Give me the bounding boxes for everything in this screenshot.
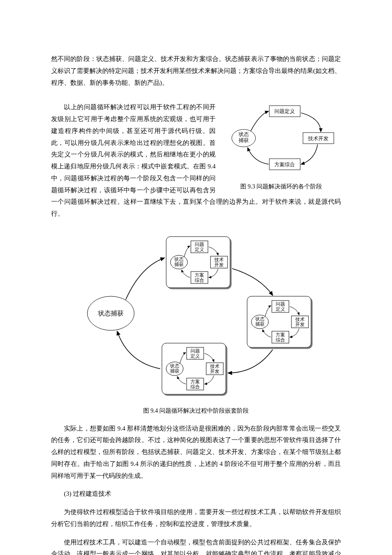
fig93-solution: 方案综合 [274, 162, 295, 168]
paragraph-4: (3) 过程建造技术 [51, 488, 341, 500]
fig94-nested-right [247, 296, 311, 347]
fig94-nested-bottom [162, 343, 226, 394]
paragraph-1: 然不同的阶段：状态捕获、问题定义、技术开发和方案综合。状态捕获表示了事物的当前状… [51, 53, 341, 89]
figure-9-4: 状态 捕获 问题 定义 技术 开发 方案 综合 [72, 232, 320, 416]
figure-9-3-caption: 图 9.3 问题解决循环的各个阶段 [222, 181, 341, 192]
fig94-nested-top [166, 237, 230, 288]
fig94-big-status: 状态捕获 [98, 310, 124, 317]
figure-9-4-svg: 状态 捕获 问题 定义 技术 开发 方案 综合 [72, 232, 320, 403]
fig93-problem: 问题定义 [274, 109, 295, 115]
fig93-status-line2: 捕获 [239, 138, 249, 144]
figure-9-3-svg: 状态 捕获 问题定义 技术开发 方案综合 [226, 98, 337, 179]
fig93-tech: 技术开发 [308, 136, 329, 142]
paragraph-6: 使用过程技术工具，可以建造一个自动模型，模型包含前面提到的公共过程框架、任务集合… [51, 537, 341, 555]
figure-9-4-caption: 图 9.4 问题循环解决过程中阶段嵌套阶段 [72, 405, 320, 416]
paragraph-3: 实际上，想要如图 9.4 那样清楚地划分这些活动是很困难的，因为在阶段内部常常会… [51, 423, 341, 482]
figure-9-3: 状态 捕获 问题定义 技术开发 方案综合 图 9.3 问题解决循环的各个阶段 [222, 98, 341, 192]
fig93-status-line1: 状态 [238, 132, 249, 138]
paragraph-5: 为使得软件过程模型适合于软件项目组的使用，需要开发一些过程技术工具，以帮助软件开… [51, 506, 341, 530]
